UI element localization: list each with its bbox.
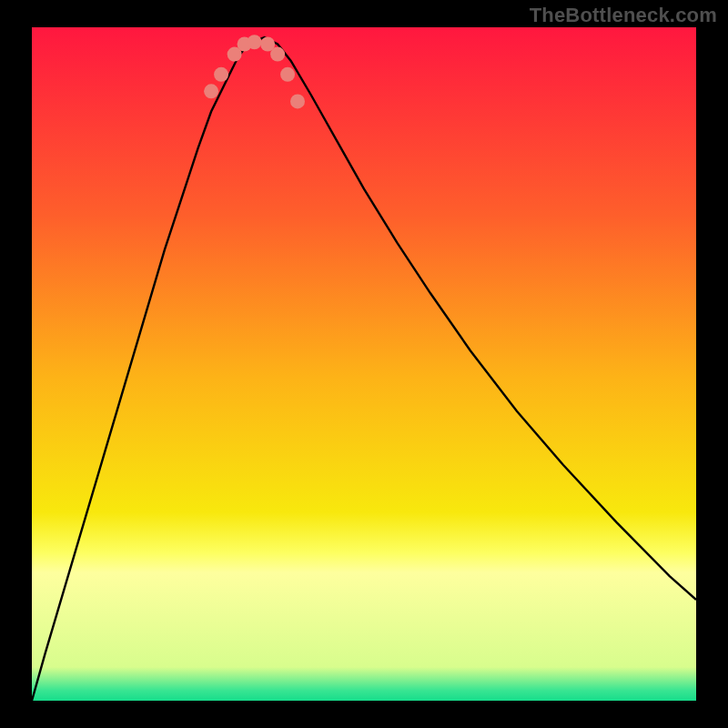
data-dot (214, 67, 228, 82)
data-dot (290, 94, 305, 108)
data-dot (248, 35, 262, 49)
data-dot (270, 47, 285, 62)
bottleneck-chart (0, 0, 728, 728)
chart-frame: TheBottleneck.com (0, 0, 728, 728)
data-dot (204, 84, 218, 98)
data-dot (280, 67, 295, 82)
